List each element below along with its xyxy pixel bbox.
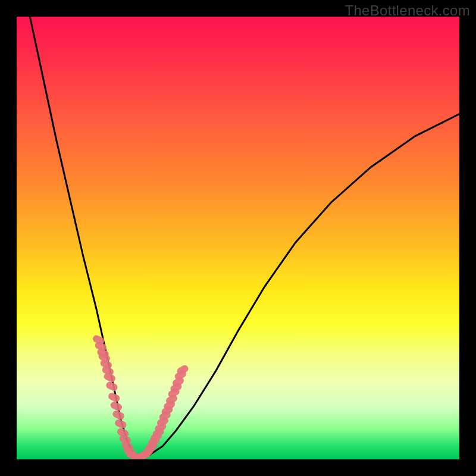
data-marker [99, 358, 113, 369]
data-marker [154, 421, 167, 433]
data-marker [96, 347, 109, 359]
data-marker [145, 440, 158, 452]
main-curve [30, 17, 459, 457]
data-marker [158, 410, 172, 422]
data-marker [112, 409, 126, 421]
data-marker [92, 334, 105, 345]
data-marker [147, 436, 161, 447]
curve-path-group [30, 17, 459, 457]
data-marker [107, 392, 121, 403]
data-marker [139, 452, 147, 459]
data-marker [160, 405, 174, 416]
data-marker [130, 453, 138, 459]
watermark-text: TheBottleneck.com [345, 2, 470, 19]
data-marker [132, 453, 140, 459]
data-marker [149, 431, 163, 443]
data-marker [109, 400, 123, 412]
data-marker [116, 427, 130, 439]
data-marker [118, 434, 132, 445]
chart-svg [17, 17, 459, 459]
data-marker [120, 440, 134, 452]
chart-frame: TheBottleneck.com [0, 0, 476, 476]
data-marker [136, 453, 145, 459]
data-marker [167, 387, 180, 399]
plot-area [17, 17, 459, 459]
data-marker [165, 393, 178, 405]
data-marker [103, 372, 117, 383]
data-marker [114, 418, 127, 430]
data-marker [134, 453, 143, 459]
data-marker [101, 365, 115, 377]
data-marker [94, 341, 108, 352]
data-marker [125, 449, 139, 459]
data-marker [105, 381, 118, 392]
data-marker [138, 449, 152, 459]
data-marker [174, 369, 187, 381]
data-marker [169, 381, 183, 393]
data-marker [176, 364, 189, 376]
data-marker [151, 427, 165, 439]
markers-group [92, 334, 190, 459]
data-marker [123, 446, 136, 457]
data-marker [156, 416, 170, 428]
data-marker [143, 443, 156, 455]
data-marker [162, 399, 176, 411]
data-marker [140, 447, 154, 459]
data-marker [98, 352, 111, 363]
data-marker [171, 376, 185, 388]
